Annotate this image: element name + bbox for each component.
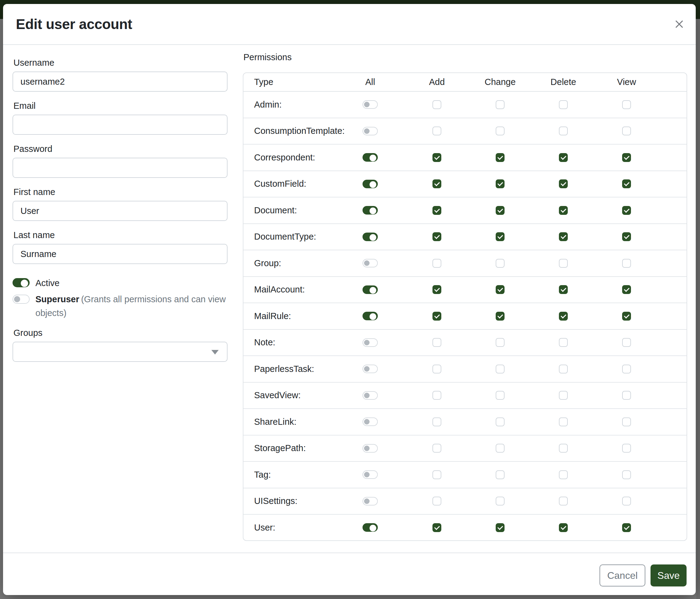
perm-checkbox-change-group[interactable] [496,259,504,268]
backdrop-scrollbar[interactable] [696,19,700,599]
perm-checkbox-add-note[interactable] [432,338,441,347]
perm-checkbox-change-sharelink[interactable] [496,417,504,426]
cancel-button[interactable]: Cancel [600,565,645,586]
perm-toggle-all-mailaccount[interactable] [362,285,378,294]
perm-checkbox-delete-savedview[interactable] [559,391,568,400]
perm-checkbox-change-note[interactable] [496,338,504,347]
perm-checkbox-view-documenttype[interactable] [622,232,631,241]
perm-toggle-all-consumptiontemplate[interactable] [362,127,378,136]
perm-checkbox-delete-documenttype[interactable] [559,232,568,241]
perm-checkbox-view-storagepath[interactable] [622,444,631,453]
perm-checkbox-delete-consumptiontemplate[interactable] [559,126,568,136]
perm-checkbox-add-sharelink[interactable] [432,417,441,426]
perm-toggle-all-uisettings[interactable] [362,497,378,505]
perm-checkbox-view-group[interactable] [622,259,631,268]
perm-checkbox-change-customfield[interactable] [496,179,504,188]
perm-checkbox-add-user[interactable] [432,523,441,532]
perm-checkbox-change-paperlesstask[interactable] [496,365,504,374]
perm-checkbox-view-uisettings[interactable] [622,497,631,505]
perm-checkbox-delete-admin[interactable] [559,100,568,109]
perm-checkbox-add-savedview[interactable] [432,391,441,400]
perm-checkbox-view-savedview[interactable] [622,391,631,400]
perm-toggle-all-group[interactable] [362,259,378,267]
perm-toggle-all-storagepath[interactable] [362,444,378,453]
perm-checkbox-view-admin[interactable] [622,100,631,109]
perm-toggle-all-customfield[interactable] [362,180,378,188]
first-name-input[interactable] [12,201,227,221]
perm-checkbox-add-group[interactable] [432,259,441,268]
perm-checkbox-delete-tag[interactable] [559,470,568,479]
perm-checkbox-delete-customfield[interactable] [559,179,568,188]
perm-checkbox-delete-mailrule[interactable] [559,312,568,320]
perm-checkbox-change-admin[interactable] [496,100,504,109]
perm-checkbox-view-user[interactable] [622,523,631,532]
save-button[interactable]: Save [651,565,686,586]
last-name-input[interactable] [12,244,227,264]
perm-toggle-all-paperlesstask[interactable] [362,365,378,373]
perm-row-label: DocumentType: [243,232,335,242]
perm-checkbox-view-note[interactable] [622,338,631,347]
email-input[interactable] [12,115,227,135]
groups-select[interactable] [12,342,227,362]
perm-col-header-type: Type [243,77,273,87]
perm-checkbox-delete-uisettings[interactable] [559,497,568,505]
perm-checkbox-delete-note[interactable] [559,338,568,347]
perm-checkbox-add-paperlesstask[interactable] [432,365,441,374]
perm-checkbox-change-user[interactable] [496,523,504,532]
perm-toggle-all-document[interactable] [362,206,378,215]
perm-checkbox-add-documenttype[interactable] [432,232,441,241]
perm-checkbox-view-mailaccount[interactable] [622,285,631,294]
superuser-toggle[interactable] [12,295,30,304]
perm-checkbox-add-mailrule[interactable] [432,312,441,320]
perm-toggle-all-note[interactable] [362,338,378,347]
perm-checkbox-view-customfield[interactable] [622,179,631,188]
perm-checkbox-delete-storagepath[interactable] [559,444,568,453]
password-input[interactable] [12,158,227,178]
perm-checkbox-view-correspondent[interactable] [622,153,631,162]
perm-checkbox-change-savedview[interactable] [496,391,504,400]
perm-checkbox-change-documenttype[interactable] [496,232,504,241]
perm-checkbox-view-paperlesstask[interactable] [622,365,631,374]
perm-checkbox-change-uisettings[interactable] [496,497,504,505]
perm-checkbox-add-admin[interactable] [432,100,441,109]
perm-checkbox-add-mailaccount[interactable] [432,285,441,294]
active-toggle[interactable] [12,278,30,287]
perm-checkbox-add-uisettings[interactable] [432,497,441,505]
perm-toggle-all-sharelink[interactable] [362,417,378,426]
perm-toggle-all-mailrule[interactable] [362,312,378,320]
close-button[interactable] [671,16,688,33]
perm-checkbox-change-storagepath[interactable] [496,444,504,453]
perm-checkbox-view-sharelink[interactable] [622,417,631,426]
perm-checkbox-change-mailaccount[interactable] [496,285,504,294]
perm-toggle-all-correspondent[interactable] [362,153,378,162]
perm-checkbox-change-document[interactable] [496,206,504,215]
perm-col-header-add: Add [429,77,445,87]
perm-checkbox-delete-correspondent[interactable] [559,153,568,162]
perm-checkbox-add-customfield[interactable] [432,179,441,188]
perm-checkbox-delete-mailaccount[interactable] [559,285,568,294]
username-input[interactable] [12,72,227,92]
perm-checkbox-delete-sharelink[interactable] [559,417,568,426]
perm-checkbox-change-mailrule[interactable] [496,312,504,320]
perm-checkbox-view-consumptiontemplate[interactable] [622,126,631,136]
perm-checkbox-delete-group[interactable] [559,259,568,268]
perm-checkbox-add-correspondent[interactable] [432,153,441,162]
perm-checkbox-add-tag[interactable] [432,470,441,479]
perm-checkbox-view-document[interactable] [622,206,631,215]
perm-checkbox-delete-user[interactable] [559,523,568,532]
perm-toggle-all-tag[interactable] [362,470,378,479]
perm-checkbox-view-tag[interactable] [622,470,631,479]
perm-checkbox-add-consumptiontemplate[interactable] [432,126,441,136]
perm-checkbox-delete-paperlesstask[interactable] [559,365,568,374]
perm-checkbox-change-tag[interactable] [496,470,504,479]
perm-toggle-all-user[interactable] [362,523,378,532]
perm-toggle-all-documenttype[interactable] [362,233,378,241]
perm-checkbox-view-mailrule[interactable] [622,312,631,320]
perm-checkbox-change-correspondent[interactable] [496,153,504,162]
perm-checkbox-add-storagepath[interactable] [432,444,441,453]
perm-checkbox-add-document[interactable] [432,206,441,215]
perm-checkbox-delete-document[interactable] [559,206,568,215]
perm-toggle-all-admin[interactable] [362,100,378,109]
perm-toggle-all-savedview[interactable] [362,391,378,400]
perm-checkbox-change-consumptiontemplate[interactable] [496,126,504,136]
